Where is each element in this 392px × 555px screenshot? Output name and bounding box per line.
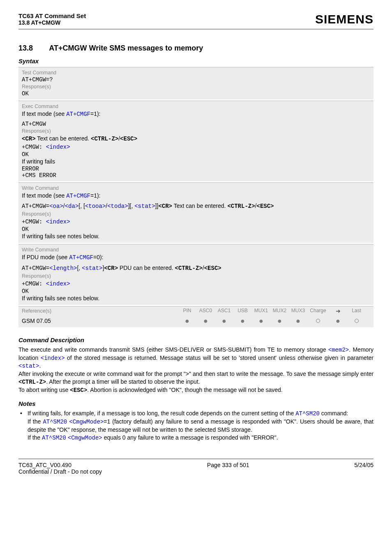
atcmgf-link[interactable]: AT+CMGF [69,254,93,261]
esc-token: <ESC> [257,203,274,210]
text-enter: Text can be entered. [36,135,91,142]
dot-cell: ● [252,317,270,325]
block-type-label: Write Command [22,184,370,192]
dot-cell: ● [233,317,252,325]
reference-dots: ●●●●●●●● [178,317,366,325]
page-footer: TC63_ATC_V00.490 Confidential / Draft - … [18,458,374,475]
dot-empty-icon [316,319,320,323]
text-enter: Text can be entered. [172,203,227,209]
write2-command: AT+CMGW=<length>[, <stat>]<CR> PDU can b… [22,264,370,272]
dot-filled-icon: ● [203,317,208,325]
exec-resp-cmserror: +CMS ERROR [22,172,370,179]
dot-filled-icon: ● [296,317,300,325]
write2-resp-failnote: If writing fails see notes below. [22,295,370,302]
cmd-prefix: AT+CMGW= [22,265,49,272]
desc-p2a: After invoking the execute or write comm… [18,371,374,377]
col-usb: USB [233,308,252,314]
section-number: 13.8 [18,44,47,53]
footer-left: TC63_ATC_V00.490 Confidential / Draft - … [18,462,102,475]
reference-header-row: Reference(s) PIN ASC0 ASC1 USB MUX1 MUX2… [18,306,374,315]
dot-filled-icon: ● [259,317,263,325]
cr-token: <CR> [104,265,118,272]
cr-token: <CR> [22,136,36,142]
col-arrow: ➜ [329,308,347,314]
reference-value: GSM 07.05 [22,318,178,324]
write2-condition: If PDU mode (see AT+CMGF=0): [22,253,370,262]
exec-resp-ok: OK [22,151,370,158]
footer-date: 5/24/05 [354,462,374,475]
dot-cell: ● [289,317,307,325]
mem2-link[interactable]: <mem2> [328,347,349,353]
response-label: Response(s) [22,83,370,90]
esc-token: <ESC> [204,265,221,272]
syntax-label: Syntax [18,58,374,64]
length-link[interactable]: <length> [49,265,77,272]
response-label: Response(s) [22,127,370,135]
dot-filled-icon: ● [277,317,282,325]
dot-filled-icon: ● [336,317,340,325]
notes-label: Notes [18,400,374,407]
stat-link[interactable]: <stat> [18,363,39,369]
pdu-enter: PDU can be entered. [118,265,175,271]
dot-cell [347,317,366,325]
write1-resp-failnote: If writing fails see notes below. [22,233,370,240]
ctrlz-token: <CTRL-Z> [18,379,46,385]
cond-prefix: If text mode (see [22,111,66,117]
toda-link[interactable]: <toda> [107,203,128,210]
col-last: Last [347,308,366,314]
index-link[interactable]: <index> [46,144,70,150]
cmgwmode-link[interactable]: <CmgwMode> [69,419,104,425]
desc-p1d: . [39,362,41,369]
exec-resp-line1: <CR> Text can be entered. <CTRL-Z>/<ESC> [22,135,370,143]
atcmgf-link[interactable]: AT+CMGF [66,193,90,199]
desc-p1c: of the stored message is returned. Messa… [65,355,374,361]
note1a: If writing fails, for example, if a mess… [28,410,295,417]
atcmgf-link[interactable]: AT+CMGF [66,111,90,117]
write2-resp-line1: +CMGW: <index> [22,280,370,288]
note-item: If writing fails, for example, if a mess… [18,410,374,442]
page-header: TC63 AT Command Set 13.8 AT+CMGW SIEMENS [18,12,374,30]
dot-cell: ● [329,317,347,325]
desc-p2b: . After the prompt a timer will be start… [46,378,200,385]
ctrlz-token: <CTRL-Z> [227,203,255,210]
response-label: Response(s) [22,272,370,280]
write-command-text-block: Write Command If text mode (see AT+CMGF=… [18,182,374,243]
note1b: command: [320,410,348,417]
arrow-icon: ➜ [336,308,341,314]
footer-page: Page 333 of 501 [207,462,249,475]
exec-resp-error: ERROR [22,166,370,172]
section-heading: 13.8 AT+CMGW Write SMS messages to memor… [18,44,374,53]
esc-token: <ESC> [120,136,137,142]
write1-resp-ok: OK [22,226,370,233]
dot-filled-icon: ● [222,317,226,325]
note3b: equals 0 any failure to write a message … [102,434,278,441]
col-mux1: MUX1 [252,308,270,314]
footer-version: TC63_ATC_V00.490 [18,462,102,468]
index-link[interactable]: <index> [46,219,70,225]
note2a: If the [28,418,43,425]
atsm20-link[interactable]: AT^SM20 [42,435,66,441]
cmgw-prefix: +CMGW: [22,219,46,225]
dot-cell: ● [196,317,215,325]
dot-filled-icon: ● [185,317,189,325]
desc-p3b: . Abortion is acknowledged with "OK", th… [87,387,282,393]
da-link[interactable]: <da> [65,203,79,210]
stat-link[interactable]: <stat> [134,203,155,210]
oa-link[interactable]: <oa> [49,203,63,210]
dot-empty-icon [355,319,359,323]
stat-link[interactable]: <stat> [82,265,102,272]
col-mux3: MUX3 [289,308,307,314]
notes-list: If writing fails, for example, if a mess… [18,410,374,442]
index-link[interactable]: <index> [46,281,70,287]
cond-suffix: =1): [90,111,101,117]
cmgwmode-link[interactable]: <CmgwMode> [68,435,102,441]
index-link[interactable]: <index> [41,355,65,362]
write1-resp-line1: +CMGW: <index> [22,218,370,226]
tooa-link[interactable]: <tooa> [85,203,106,210]
exec-condition: If text mode (see AT+CMGF=1): [22,110,370,118]
block-type-label: Exec Command [22,103,370,110]
atsm20-link[interactable]: AT^SM20 [43,419,67,425]
atsm20-link[interactable]: AT^SM20 [295,410,320,417]
reference-data-row: GSM 07.05 ●●●●●●●● [18,315,374,327]
desc-p3a: To abort writing use [18,387,70,393]
